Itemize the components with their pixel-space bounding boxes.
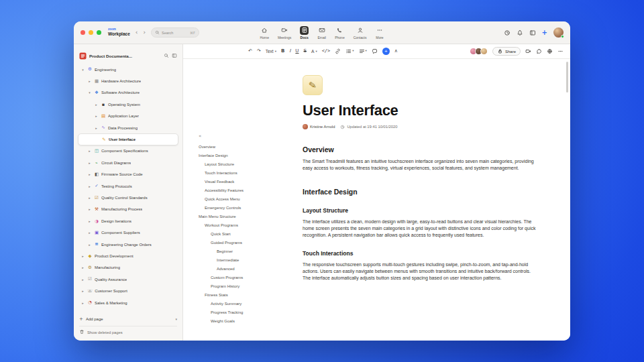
code-button[interactable]: </> <box>322 49 331 54</box>
nav-docs[interactable]: Docs <box>300 26 309 40</box>
page-component-specifications[interactable]: ▸◫Component Specifications <box>78 145 178 157</box>
show-deleted-pages-button[interactable]: Show deleted pages <box>79 326 177 338</box>
outline-program-history[interactable]: Program History <box>183 282 299 290</box>
chevron-right-icon[interactable]: ▸ <box>87 149 92 153</box>
chevron-right-icon[interactable]: ▸ <box>94 126 99 130</box>
page-component-suppliers[interactable]: ▸▣Component Suppliers <box>78 227 178 238</box>
page-circuit-diagrams[interactable]: ▸⌁Circuit Diagrams <box>78 157 178 168</box>
page-testing-protocols[interactable]: ▸✓Testing Protocols <box>78 180 178 192</box>
vertical-scrollbar[interactable] <box>566 62 568 93</box>
link-button[interactable] <box>335 48 341 54</box>
page-customer-support[interactable]: ▸☏Customer Support <box>78 285 178 296</box>
outline-main-menu-structure[interactable]: Main Menu Structure <box>183 212 299 221</box>
nav-home[interactable]: Home <box>260 26 269 40</box>
page-user-interface[interactable]: ✎User Interface <box>78 133 178 145</box>
nav-meetings[interactable]: Meetings <box>278 26 291 40</box>
outline-beginner[interactable]: Beginner <box>183 247 299 255</box>
page-data-processing[interactable]: ▸∿Data Processing <box>78 122 178 133</box>
history-back-button[interactable]: ‹ <box>136 29 138 36</box>
outline-custom-programs[interactable]: Custom Programs <box>183 273 299 282</box>
italic-button[interactable]: I <box>289 49 290 54</box>
outline-layout-structure[interactable]: Layout Structure <box>183 160 299 168</box>
chevron-right-icon[interactable]: ▸ <box>94 114 99 118</box>
chevron-right-icon[interactable]: ▸ <box>80 278 85 282</box>
chevron-right-icon[interactable]: ▸ <box>80 301 85 305</box>
outline-quick-start[interactable]: Quick Start <box>183 229 299 238</box>
redo-button[interactable]: ↷ <box>257 49 261 54</box>
text-style-select[interactable]: Text ▾ <box>266 49 276 54</box>
page-operating-system[interactable]: ▸▪Operating System <box>78 99 178 110</box>
chevron-right-icon[interactable]: ▸ <box>94 103 99 107</box>
chevron-right-icon[interactable]: ▸ <box>87 184 92 188</box>
add-page-button[interactable]: + Add page ▾ <box>79 314 177 324</box>
chevron-right-icon[interactable]: ▸ <box>87 243 92 247</box>
chevron-right-icon[interactable]: ▸ <box>80 289 85 293</box>
new-item-button[interactable]: + <box>542 29 547 36</box>
outline-activity-summary[interactable]: Activity Summary <box>183 299 299 308</box>
page-application-layer[interactable]: ▸▤Application Layer <box>78 111 178 122</box>
chevron-down-icon[interactable]: ▾ <box>87 90 92 95</box>
page-hardware-architecture[interactable]: ▸▦Hardware Architecture <box>78 75 178 86</box>
outline-guided-programs[interactable]: Guided Programs <box>183 238 299 247</box>
close-button[interactable] <box>80 30 85 35</box>
chevron-right-icon[interactable]: ▸ <box>87 161 92 165</box>
sidebar-collapse-button[interactable] <box>172 53 177 58</box>
bullet-list-button[interactable]: ▾ <box>345 48 354 54</box>
start-video-button[interactable] <box>525 48 531 54</box>
page-manufacturing[interactable]: ▸⚙Manufacturing <box>78 262 178 274</box>
user-avatar[interactable] <box>553 27 564 38</box>
chevron-right-icon[interactable]: ▸ <box>87 79 92 83</box>
share-button[interactable]: Share <box>492 47 521 56</box>
underline-button[interactable]: U <box>295 49 299 54</box>
chevron-down-icon[interactable]: ▾ <box>175 317 177 321</box>
chevron-right-icon[interactable]: ▸ <box>80 254 85 258</box>
recent-activity-button[interactable] <box>504 29 511 36</box>
page-sales-marketing[interactable]: ▸◔Sales & Marketing <box>78 297 178 308</box>
bold-button[interactable]: B <box>281 49 284 54</box>
outline-interface-design[interactable]: Interface Design <box>183 151 299 160</box>
language-button[interactable] <box>547 48 553 54</box>
page-design-iterations[interactable]: ▸◑Design Iterations <box>78 215 178 227</box>
outline-collapse-button[interactable]: « <box>183 134 299 142</box>
page-quality-assurance[interactable]: ▸☑Quality Assurance <box>78 274 178 285</box>
notifications-button[interactable] <box>517 29 523 36</box>
outline-visual-feedback[interactable]: Visual Feedback <box>183 177 299 186</box>
page-quality-control-standards[interactable]: ▸☑Quality Control Standards <box>78 192 178 203</box>
outline-touch-interactions[interactable]: Touch Interactions <box>183 168 299 177</box>
page-firmware-source-code[interactable]: ▸◧Firmware Source Code <box>78 169 178 180</box>
outline-overview[interactable]: Overview <box>183 142 299 151</box>
outline-workout-programs[interactable]: Workout Programs <box>183 221 299 229</box>
global-search[interactable]: Search ⌘F <box>151 27 199 38</box>
outline-emergency-controls[interactable]: Emergency Controls <box>183 203 299 212</box>
text-color-button[interactable]: A ▾ <box>311 49 317 54</box>
nav-contacts[interactable]: Contacts <box>354 26 367 40</box>
chevron-right-icon[interactable]: ▸ <box>87 219 92 223</box>
outline-weight-goals[interactable]: Weight Goals <box>183 316 299 325</box>
document-emoji-icon[interactable]: ✎ <box>303 75 323 95</box>
comment-button[interactable] <box>372 48 378 54</box>
outline-accessibility-features[interactable]: Accessibility Features <box>183 186 299 194</box>
history-forward-button[interactable]: › <box>143 29 146 36</box>
nav-email[interactable]: Email <box>317 26 326 40</box>
outline-fitness-stats[interactable]: Fitness Stats <box>183 290 299 299</box>
undo-button[interactable]: ↶ <box>248 49 252 54</box>
chevron-right-icon[interactable]: ▸ <box>87 172 92 176</box>
chat-button[interactable] <box>536 48 542 54</box>
more-options-button[interactable] <box>557 48 564 54</box>
chevron-down-icon[interactable]: ▾ <box>80 68 85 72</box>
page-manufacturing-process[interactable]: ▸⚒Manufacturing Process <box>78 204 178 215</box>
outline-intermediate[interactable]: Intermediate <box>183 255 299 264</box>
outline-quick-access-menu[interactable]: Quick Access Menu <box>183 194 299 203</box>
chevron-right-icon[interactable]: ▸ <box>87 231 92 235</box>
document-content[interactable]: ✎ User Interface Kristine Arnold Updated… <box>299 59 570 341</box>
minimize-button[interactable] <box>89 30 93 35</box>
page-product-development[interactable]: ▸◆Product Development <box>78 250 178 261</box>
page-engineering-change-orders[interactable]: ▸≣Engineering Change Orders <box>78 239 178 250</box>
chevron-right-icon[interactable]: ▸ <box>80 265 85 269</box>
chevron-right-icon[interactable]: ▸ <box>87 196 92 200</box>
sidebar-search-button[interactable] <box>164 53 169 58</box>
outline-advanced[interactable]: Advanced <box>183 264 299 273</box>
outline-progress-tracking[interactable]: Progress Tracking <box>183 308 299 316</box>
insert-block-button[interactable]: + <box>382 48 390 55</box>
nav-phone[interactable]: Phone <box>335 26 344 40</box>
